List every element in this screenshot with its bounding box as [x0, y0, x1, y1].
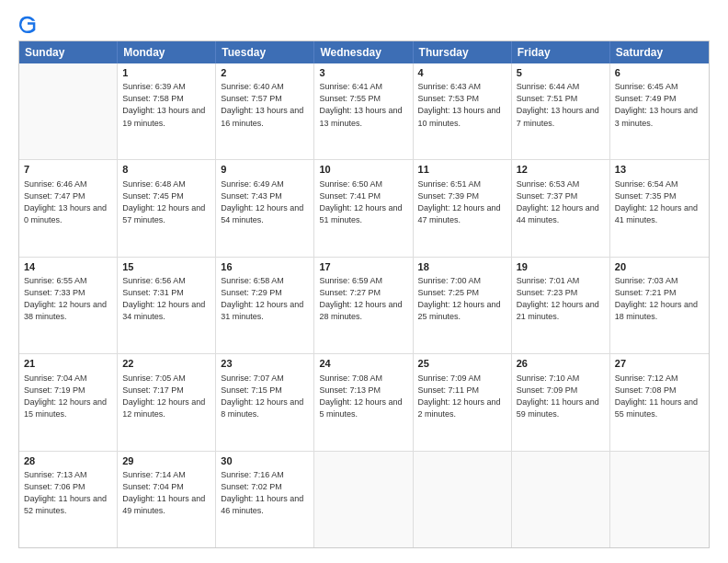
calendar-cell: 25Sunrise: 7:09 AMSunset: 7:11 PMDayligh…	[414, 354, 512, 450]
day-number: 20	[615, 260, 704, 274]
cell-info: Sunrise: 6:39 AMSunset: 7:58 PMDaylight:…	[122, 81, 210, 129]
calendar-week-5: 28Sunrise: 7:13 AMSunset: 7:06 PMDayligh…	[19, 452, 709, 547]
cell-info: Sunrise: 6:45 AMSunset: 7:49 PMDaylight:…	[615, 81, 704, 129]
day-number: 10	[319, 163, 407, 177]
cell-info: Sunrise: 7:09 AMSunset: 7:11 PMDaylight:…	[418, 373, 506, 420]
day-number: 6	[615, 66, 704, 80]
day-number: 2	[221, 66, 309, 80]
cell-info: Sunrise: 6:53 AMSunset: 7:37 PMDaylight:…	[517, 178, 605, 226]
cell-info: Sunrise: 6:58 AMSunset: 7:29 PMDaylight:…	[221, 275, 309, 323]
calendar: SundayMondayTuesdayWednesdayThursdayFrid…	[18, 40, 710, 548]
header-day-tuesday: Tuesday	[216, 41, 314, 63]
header-day-sunday: Sunday	[19, 41, 118, 63]
calendar-cell: 1Sunrise: 6:39 AMSunset: 7:58 PMDaylight…	[118, 63, 216, 159]
calendar-week-4: 21Sunrise: 7:04 AMSunset: 7:19 PMDayligh…	[19, 354, 709, 451]
header-day-monday: Monday	[118, 41, 216, 63]
calendar-cell: 10Sunrise: 6:50 AMSunset: 7:41 PMDayligh…	[314, 160, 413, 256]
logo-icon	[18, 15, 37, 33]
header-day-thursday: Thursday	[414, 41, 512, 63]
day-number: 5	[517, 66, 605, 80]
cell-info: Sunrise: 6:46 AMSunset: 7:47 PMDaylight:…	[24, 178, 112, 226]
day-number: 14	[24, 260, 112, 274]
day-number: 21	[24, 357, 112, 371]
day-number: 30	[221, 454, 309, 468]
header-day-friday: Friday	[512, 41, 610, 63]
calendar-cell	[610, 452, 709, 547]
day-number: 11	[418, 163, 506, 177]
calendar-cell: 22Sunrise: 7:05 AMSunset: 7:17 PMDayligh…	[118, 354, 216, 450]
calendar-week-1: 1Sunrise: 6:39 AMSunset: 7:58 PMDaylight…	[19, 63, 709, 160]
calendar-cell: 16Sunrise: 6:58 AMSunset: 7:29 PMDayligh…	[216, 258, 314, 353]
cell-info: Sunrise: 7:01 AMSunset: 7:23 PMDaylight:…	[517, 275, 605, 323]
cell-info: Sunrise: 6:59 AMSunset: 7:27 PMDaylight:…	[319, 275, 407, 323]
header-day-saturday: Saturday	[610, 41, 709, 63]
calendar-cell: 30Sunrise: 7:16 AMSunset: 7:02 PMDayligh…	[216, 452, 314, 547]
calendar-cell	[314, 452, 413, 547]
cell-info: Sunrise: 6:49 AMSunset: 7:43 PMDaylight:…	[221, 178, 309, 226]
calendar-cell: 6Sunrise: 6:45 AMSunset: 7:49 PMDaylight…	[610, 63, 709, 159]
calendar-cell: 11Sunrise: 6:51 AMSunset: 7:39 PMDayligh…	[414, 160, 512, 256]
day-number: 9	[221, 163, 309, 177]
calendar-cell: 26Sunrise: 7:10 AMSunset: 7:09 PMDayligh…	[512, 354, 610, 450]
day-number: 3	[319, 66, 407, 80]
calendar-header: SundayMondayTuesdayWednesdayThursdayFrid…	[19, 41, 709, 63]
day-number: 23	[221, 357, 309, 371]
day-number: 12	[517, 163, 605, 177]
page: SundayMondayTuesdayWednesdayThursdayFrid…	[0, 0, 728, 563]
calendar-cell: 27Sunrise: 7:12 AMSunset: 7:08 PMDayligh…	[610, 354, 709, 450]
day-number: 27	[615, 357, 704, 371]
calendar-cell: 2Sunrise: 6:40 AMSunset: 7:57 PMDaylight…	[216, 63, 314, 159]
cell-info: Sunrise: 6:56 AMSunset: 7:31 PMDaylight:…	[122, 275, 210, 323]
calendar-cell: 15Sunrise: 6:56 AMSunset: 7:31 PMDayligh…	[118, 258, 216, 353]
header-day-wednesday: Wednesday	[314, 41, 413, 63]
cell-info: Sunrise: 7:13 AMSunset: 7:06 PMDaylight:…	[24, 469, 112, 517]
day-number: 13	[615, 163, 704, 177]
cell-info: Sunrise: 7:03 AMSunset: 7:21 PMDaylight:…	[615, 275, 704, 323]
cell-info: Sunrise: 7:07 AMSunset: 7:15 PMDaylight:…	[221, 373, 309, 420]
calendar-cell: 4Sunrise: 6:43 AMSunset: 7:53 PMDaylight…	[414, 63, 512, 159]
calendar-cell	[512, 452, 610, 547]
day-number: 4	[418, 66, 506, 80]
calendar-cell: 8Sunrise: 6:48 AMSunset: 7:45 PMDaylight…	[118, 160, 216, 256]
calendar-cell: 24Sunrise: 7:08 AMSunset: 7:13 PMDayligh…	[314, 354, 413, 450]
calendar-cell: 23Sunrise: 7:07 AMSunset: 7:15 PMDayligh…	[216, 354, 314, 450]
calendar-body: 1Sunrise: 6:39 AMSunset: 7:58 PMDaylight…	[19, 63, 709, 547]
calendar-cell	[414, 452, 512, 547]
cell-info: Sunrise: 7:04 AMSunset: 7:19 PMDaylight:…	[24, 373, 112, 420]
day-number: 18	[418, 260, 506, 274]
calendar-cell: 17Sunrise: 6:59 AMSunset: 7:27 PMDayligh…	[314, 258, 413, 353]
day-number: 16	[221, 260, 309, 274]
day-number: 8	[122, 163, 210, 177]
calendar-cell: 7Sunrise: 6:46 AMSunset: 7:47 PMDaylight…	[19, 160, 118, 256]
calendar-week-2: 7Sunrise: 6:46 AMSunset: 7:47 PMDaylight…	[19, 160, 709, 257]
cell-info: Sunrise: 7:10 AMSunset: 7:09 PMDaylight:…	[517, 373, 605, 420]
calendar-cell: 3Sunrise: 6:41 AMSunset: 7:55 PMDaylight…	[314, 63, 413, 159]
calendar-cell	[19, 63, 118, 159]
day-number: 29	[122, 454, 210, 468]
calendar-cell: 5Sunrise: 6:44 AMSunset: 7:51 PMDaylight…	[512, 63, 610, 159]
cell-info: Sunrise: 7:12 AMSunset: 7:08 PMDaylight:…	[615, 373, 704, 420]
day-number: 26	[517, 357, 605, 371]
cell-info: Sunrise: 7:00 AMSunset: 7:25 PMDaylight:…	[418, 275, 506, 323]
day-number: 19	[517, 260, 605, 274]
day-number: 7	[24, 163, 112, 177]
cell-info: Sunrise: 7:16 AMSunset: 7:02 PMDaylight:…	[221, 469, 309, 517]
day-number: 1	[122, 66, 210, 80]
calendar-cell: 12Sunrise: 6:53 AMSunset: 7:37 PMDayligh…	[512, 160, 610, 256]
cell-info: Sunrise: 6:54 AMSunset: 7:35 PMDaylight:…	[615, 178, 704, 226]
calendar-cell: 18Sunrise: 7:00 AMSunset: 7:25 PMDayligh…	[414, 258, 512, 353]
day-number: 17	[319, 260, 407, 274]
day-number: 24	[319, 357, 407, 371]
cell-info: Sunrise: 7:05 AMSunset: 7:17 PMDaylight:…	[122, 373, 210, 420]
calendar-week-3: 14Sunrise: 6:55 AMSunset: 7:33 PMDayligh…	[19, 258, 709, 354]
cell-info: Sunrise: 6:40 AMSunset: 7:57 PMDaylight:…	[221, 81, 309, 129]
cell-info: Sunrise: 7:08 AMSunset: 7:13 PMDaylight:…	[319, 373, 407, 420]
header	[18, 15, 710, 33]
cell-info: Sunrise: 6:55 AMSunset: 7:33 PMDaylight:…	[24, 275, 112, 323]
cell-info: Sunrise: 6:48 AMSunset: 7:45 PMDaylight:…	[122, 178, 210, 226]
calendar-cell: 28Sunrise: 7:13 AMSunset: 7:06 PMDayligh…	[19, 452, 118, 547]
cell-info: Sunrise: 7:14 AMSunset: 7:04 PMDaylight:…	[122, 469, 210, 517]
calendar-cell: 21Sunrise: 7:04 AMSunset: 7:19 PMDayligh…	[19, 354, 118, 450]
calendar-cell: 20Sunrise: 7:03 AMSunset: 7:21 PMDayligh…	[610, 258, 709, 353]
day-number: 22	[122, 357, 210, 371]
